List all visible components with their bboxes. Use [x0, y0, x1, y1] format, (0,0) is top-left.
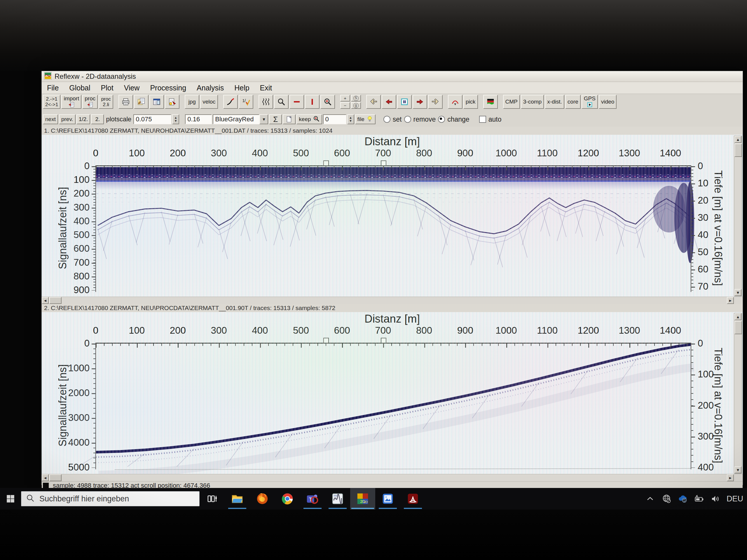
palette-dropdown[interactable]: BlueGrayRed ▼ [213, 114, 268, 124]
sum-button[interactable]: Σ [269, 114, 282, 124]
tray-onedrive[interactable] [677, 494, 688, 504]
taskbar-app-reflexw[interactable]: 2DJD [350, 488, 375, 510]
scale2-input[interactable] [185, 114, 212, 124]
scale-sg-0[interactable]: S [351, 95, 361, 102]
file-button[interactable]: file [355, 114, 376, 124]
distance-marker[interactable] [381, 338, 386, 343]
taskbar-app-acrobat[interactable] [400, 488, 426, 510]
distance-marker[interactable] [323, 338, 329, 343]
new-doc-button[interactable] [283, 114, 295, 124]
zoom-plus-minus-0[interactable]: + [340, 95, 350, 102]
video-button[interactable]: video [599, 95, 617, 109]
radargram-panel-upper[interactable]: Distanz [m] Signallaufzeit [ns] Tiefe [m… [42, 135, 743, 297]
task-view-button[interactable] [200, 488, 225, 510]
radio-change[interactable] [438, 116, 445, 123]
scrollbar-thumb[interactable] [735, 143, 742, 157]
proc-button[interactable]: proc [82, 95, 98, 109]
zoom-button[interactable] [274, 95, 289, 109]
scroll-down-icon[interactable]: ▼ [735, 289, 742, 296]
menu-file[interactable]: File [42, 84, 64, 92]
copy-button[interactable] [134, 95, 149, 109]
scale-2-button[interactable]: 2. [91, 114, 104, 124]
jump-end-button[interactable] [428, 95, 443, 109]
tray-battery[interactable] [694, 494, 704, 504]
scrollbar-thumb[interactable] [735, 321, 742, 334]
taskbar-app-teams[interactable]: T [300, 488, 325, 510]
veloc-button[interactable]: veloc [200, 95, 218, 109]
scroll-left-icon[interactable]: ◄ [42, 297, 49, 304]
jpg-button[interactable]: jpg [185, 95, 199, 109]
title-bar[interactable]: Reflexw - 2D-dataanalysis [42, 71, 743, 82]
next-button[interactable]: next [43, 114, 58, 124]
pick-wave-button[interactable] [448, 95, 463, 109]
chevron-down-icon[interactable]: ▼ [259, 114, 268, 124]
auto-checkbox[interactable] [479, 116, 486, 123]
invert-axis-button[interactable]: 1/ [239, 95, 253, 109]
proc-2li-button[interactable]: proc 2.li [99, 95, 113, 109]
menu-view[interactable]: View [119, 84, 145, 92]
zoom-plus-minus-1[interactable]: − [340, 102, 350, 109]
radargram-image-lower[interactable] [42, 312, 743, 474]
half-scale-button[interactable]: 1/2. [76, 114, 91, 124]
radio-set[interactable] [383, 116, 390, 123]
scroll-left-icon[interactable]: ◄ [42, 474, 49, 481]
x-cut-button[interactable] [289, 95, 304, 109]
pause-button[interactable] [397, 95, 412, 109]
trace-spinner[interactable]: ▲▼ [347, 114, 354, 124]
step-back-button[interactable] [382, 95, 396, 109]
scrollbar-thumb[interactable] [49, 297, 61, 304]
keep-zoom-button[interactable]: keep [297, 114, 322, 124]
print-button[interactable] [119, 95, 133, 109]
trace-number-input[interactable] [323, 114, 346, 124]
menu-processing[interactable]: Processing [145, 84, 191, 92]
core-button[interactable]: core [565, 95, 581, 109]
scroll-up-icon[interactable]: ▲ [735, 136, 742, 143]
taskbar-search-input[interactable]: Suchbegriff hier eingeben [21, 491, 200, 506]
taskbar-app-firefox[interactable] [250, 488, 275, 510]
zoom-in-button[interactable] [320, 95, 335, 109]
convert-2to1-button[interactable]: 2.->1 2<->1 [43, 95, 60, 109]
radargram-image-upper[interactable] [42, 135, 743, 297]
menu-plot[interactable]: Plot [96, 84, 119, 92]
start-button[interactable] [0, 488, 21, 510]
tray-globe[interactable] [661, 494, 672, 504]
prev-button[interactable]: prev. [59, 114, 76, 124]
scroll-right-icon[interactable]: ► [727, 297, 734, 304]
menu-global[interactable]: Global [64, 84, 96, 92]
vertical-scrollbar-lower[interactable]: ▲ ▼ [734, 313, 742, 474]
menu-analysis[interactable]: Analysis [191, 84, 229, 92]
gps-button[interactable]: GPS [582, 95, 598, 109]
taskbar-app-wave-viewer[interactable] [325, 488, 350, 510]
jump-start-button[interactable] [366, 95, 381, 109]
import-button[interactable]: import [61, 95, 81, 109]
taskbar-app-chrome[interactable] [275, 488, 300, 510]
menu-exit[interactable]: Exit [255, 84, 278, 92]
table-window-button[interactable] [149, 95, 164, 109]
language-indicator[interactable]: DEU [727, 495, 747, 503]
radio-remove[interactable] [404, 116, 411, 123]
horizontal-scrollbar-lower[interactable]: ◄ ► [42, 474, 743, 481]
scroll-up-icon[interactable]: ▲ [735, 313, 742, 320]
wiggle-mode-button[interactable] [259, 95, 273, 109]
tray-chevron-up[interactable] [645, 494, 655, 504]
scrollbar-thumb[interactable] [49, 474, 61, 481]
vertical-scrollbar-upper[interactable]: ▲ ▼ [734, 136, 742, 296]
menu-help[interactable]: Help [229, 84, 254, 92]
taskbar-app-file-explorer[interactable] [225, 488, 250, 510]
velocity-curve-button[interactable] [223, 95, 238, 109]
distance-marker[interactable] [323, 160, 329, 166]
pick-button[interactable]: pick [463, 95, 478, 109]
scroll-down-icon[interactable]: ▼ [735, 466, 742, 473]
cmp-button[interactable]: CMP [503, 95, 520, 109]
plotscale-spinner[interactable]: ▲▼ [172, 114, 179, 124]
tray-speaker[interactable] [710, 494, 721, 504]
y-cut-button[interactable] [305, 95, 319, 109]
step-forward-button[interactable] [413, 95, 427, 109]
distance-marker[interactable] [381, 160, 386, 166]
radargram-panel-lower[interactable]: Distanz [m] Signallaufzeit [ns] Tiefe [m… [42, 312, 743, 474]
horizontal-scrollbar-upper[interactable]: ◄ ► [42, 297, 743, 304]
xdist-button[interactable]: x-dist. [545, 95, 564, 109]
export-image-button[interactable] [165, 95, 179, 109]
scroll-right-icon[interactable]: ► [727, 474, 734, 481]
plotscale-input[interactable] [133, 114, 171, 124]
